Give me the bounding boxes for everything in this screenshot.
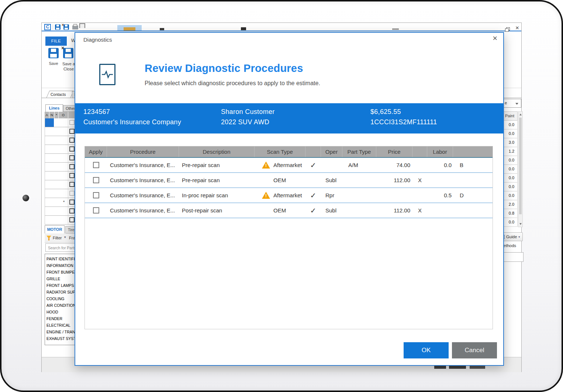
warning-icon: ! xyxy=(262,162,270,169)
procedure-description: Pre-repair scan xyxy=(179,162,255,168)
procedures-table-header: ApplyProcedureDescriptionScan TypeOperPa… xyxy=(85,146,493,158)
vin: 1CCCI31S2MF111111 xyxy=(370,118,437,126)
ribbon-save-close-icon[interactable] xyxy=(63,48,73,58)
selected-cell xyxy=(45,207,54,215)
column-header[interactable]: Procedure xyxy=(107,146,179,157)
filter-caret-icon[interactable]: ▾ xyxy=(64,235,66,239)
diagnostics-dialog: Diagnostics × Review Diagnostic Procedur… xyxy=(75,32,504,366)
procedure-row[interactable]: Customer's Insurance, E... In-proc repai… xyxy=(85,188,493,203)
column-header[interactable] xyxy=(453,146,493,157)
warning-mark: ! xyxy=(262,163,270,169)
line-star-marker: * xyxy=(63,200,65,204)
toolbar-accent-line xyxy=(42,31,521,31)
procedure-description: Pre-repair scan xyxy=(179,177,255,183)
line-checkbox[interactable] xyxy=(69,208,75,214)
column-header[interactable]: Part Type xyxy=(342,146,376,157)
procedure-row[interactable]: Customer's Insurance, E... Pre-repair sc… xyxy=(85,158,493,173)
guide-caret-icon: ▾ xyxy=(518,235,520,239)
line-checkbox[interactable] xyxy=(69,164,75,169)
selected-cell xyxy=(45,118,54,127)
column-header[interactable]: Description xyxy=(179,146,255,157)
save-close-label-line2: Close xyxy=(63,67,74,71)
dialog-close-icon[interactable]: × xyxy=(493,34,497,43)
column-header[interactable]: Price xyxy=(376,146,412,157)
line-checkbox[interactable] xyxy=(69,200,75,205)
price-value: 112.00 xyxy=(376,207,412,214)
scroll-up-icon[interactable] xyxy=(519,114,522,115)
tablet-device-frame: C × × FILE W Save × Save a Close xyxy=(0,0,563,392)
vehicle-description: 2022 SUV AWD xyxy=(221,118,269,126)
column-header[interactable]: Scan Type xyxy=(255,146,305,157)
apply-checkbox[interactable] xyxy=(93,162,99,168)
tab-lines[interactable]: Lines xyxy=(45,104,63,112)
customer-name: Sharon Customer xyxy=(221,108,275,116)
save-icon[interactable] xyxy=(55,24,61,30)
file-tab[interactable]: FILE xyxy=(45,37,67,46)
check-icon: ✓ xyxy=(310,207,317,214)
selected-cell xyxy=(45,198,54,207)
diagnostics-pulse-icon xyxy=(99,64,115,85)
column-header[interactable] xyxy=(305,146,321,157)
column-header[interactable]: Labor xyxy=(427,146,453,157)
combobox-text-fragment: e xyxy=(505,101,507,105)
ok-button[interactable]: OK xyxy=(404,342,449,358)
column-header[interactable]: Oper xyxy=(321,146,342,157)
line-checkbox[interactable] xyxy=(69,146,75,152)
line-checkbox[interactable] xyxy=(69,129,75,134)
line-checkbox[interactable] xyxy=(69,217,75,222)
estimate-total: $6,625.55 xyxy=(370,108,401,116)
line-checkbox[interactable] xyxy=(69,155,75,160)
selected-cell xyxy=(45,154,54,162)
scroll-down-icon[interactable] xyxy=(519,223,522,225)
line-checkbox[interactable] xyxy=(69,191,75,196)
line-checkbox[interactable] xyxy=(69,173,75,178)
cancel-button[interactable]: Cancel xyxy=(452,342,497,358)
apply-checkbox[interactable] xyxy=(93,192,99,198)
app-logo-icon[interactable]: C xyxy=(44,24,51,30)
procedure-row[interactable]: Customer's Insurance, E... Post-repair s… xyxy=(85,203,493,218)
chevron-down-icon xyxy=(515,103,518,105)
column-header[interactable]: Apply xyxy=(85,146,107,157)
line-checkbox[interactable] xyxy=(69,120,75,125)
guide-label: Guide xyxy=(506,235,517,239)
tab-motor[interactable]: MOTOR xyxy=(45,225,65,233)
window-close-icon[interactable]: × xyxy=(515,24,519,32)
tablet-side-button xyxy=(23,195,29,201)
tab-contacts[interactable]: Contacts xyxy=(46,91,70,98)
filter-label[interactable]: Filter xyxy=(53,236,62,240)
procedure-row[interactable]: Customer's Insurance, E... Pre-repair sc… xyxy=(85,173,493,188)
toolbar-icon-fragment xyxy=(124,27,135,31)
dialog-title: Diagnostics xyxy=(83,37,112,43)
print-icon[interactable] xyxy=(72,25,78,30)
x-flag: X xyxy=(412,207,427,214)
line-checkbox[interactable] xyxy=(69,182,75,187)
clipboard-icon[interactable] xyxy=(79,23,85,28)
ribbon-save-icon[interactable] xyxy=(48,48,59,58)
toolbar-icon-fragment xyxy=(160,28,164,30)
selected-cell xyxy=(45,171,54,180)
procedure-name: Customer's Insurance, E... xyxy=(107,162,179,168)
window-restore-icon[interactable] xyxy=(505,27,510,33)
procedures-table: ApplyProcedureDescriptionScan TypeOperPa… xyxy=(84,146,493,329)
apply-checkbox[interactable] xyxy=(93,207,99,214)
warning-mark: ! xyxy=(262,193,270,199)
oper-value: Subl xyxy=(321,177,342,183)
paint-scrollbar[interactable] xyxy=(518,111,523,227)
toolbar-separator xyxy=(53,24,53,30)
save-close-x-badge-icon: × xyxy=(62,23,64,27)
price-value: 112.00 xyxy=(376,177,412,183)
save-close-icon[interactable] xyxy=(63,24,69,30)
scan-type-label: OEM xyxy=(273,207,286,214)
scrollbar-thumb[interactable] xyxy=(519,118,522,214)
lines-grid-column-header: O xyxy=(59,112,68,118)
column-header[interactable] xyxy=(412,146,427,157)
statusbar-icon-fragment xyxy=(449,366,466,369)
line-checkbox[interactable] xyxy=(69,138,75,143)
oper-value: Subl xyxy=(321,207,342,214)
oper-value: Rpr xyxy=(321,192,342,198)
ribbon-save-close-x-icon: × xyxy=(61,45,64,51)
part-type-value: A/M xyxy=(342,162,376,168)
procedure-name: Customer's Insurance, E... xyxy=(107,192,179,198)
apply-checkbox[interactable] xyxy=(93,177,99,183)
labor-code: D xyxy=(453,192,493,198)
